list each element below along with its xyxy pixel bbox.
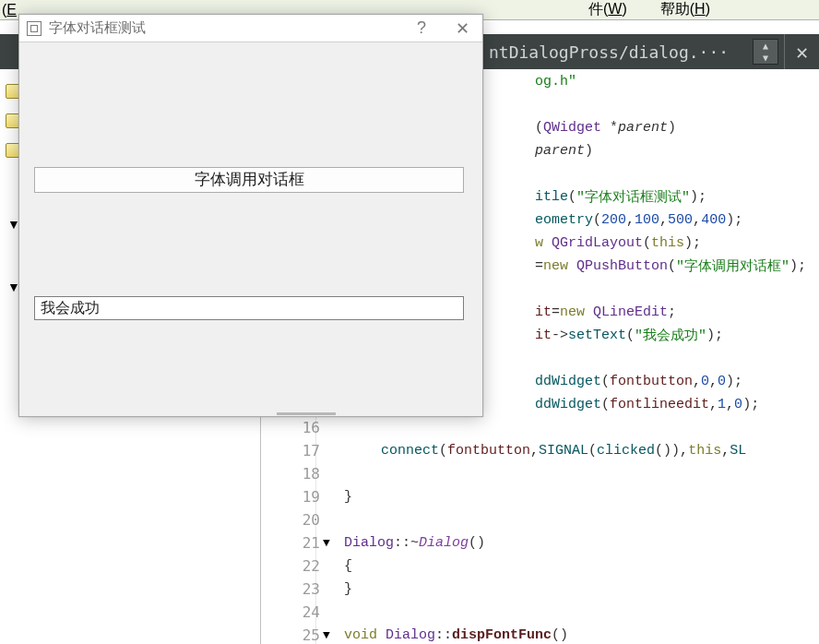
- menu-key: W: [608, 1, 622, 17]
- menu-prefix: 帮助(: [660, 1, 694, 17]
- code-token: ,: [659, 212, 668, 228]
- close-button[interactable]: ✕: [442, 18, 482, 39]
- code-token: ,: [693, 212, 701, 228]
- resize-handle[interactable]: [277, 412, 336, 415]
- code-token: ->: [552, 328, 568, 343]
- line-number: 21: [270, 531, 320, 555]
- code-token: parent: [618, 120, 668, 136]
- code-token: w: [535, 235, 552, 251]
- dialog-title-text: 字体对话框测试: [49, 19, 146, 37]
- code-token: (: [568, 189, 576, 205]
- code-token: Dialog: [419, 535, 469, 551]
- code-token: }: [344, 489, 352, 505]
- code-token: (): [552, 627, 568, 643]
- code-token: QWidget: [543, 120, 601, 136]
- code-token: ,: [626, 212, 635, 228]
- tab-scroll-arrows[interactable]: ▲ ▼: [753, 39, 778, 65]
- menu-prefix: 件(: [588, 1, 608, 17]
- code-row[interactable]: {: [316, 554, 352, 578]
- font-line-edit[interactable]: 我会成功: [34, 296, 464, 320]
- code-token: "我会成功": [635, 327, 706, 344]
- code-token: (: [588, 443, 597, 459]
- code-row[interactable]: [316, 415, 337, 440]
- code-token: ,: [530, 443, 539, 459]
- code-token: ,: [709, 374, 718, 389]
- code-token: void: [344, 627, 386, 643]
- code-token: QGridLayout: [552, 235, 643, 251]
- dialog-titlebar[interactable]: 字体对话框测试 ? ✕: [19, 15, 482, 42]
- code-token: (): [469, 535, 485, 551]
- code-row[interactable]: [316, 600, 337, 625]
- code-row[interactable]: ▼void Dialog::dispFontFunc(): [316, 623, 568, 644]
- help-button[interactable]: ?: [401, 18, 442, 38]
- code-token: og.h": [535, 74, 576, 89]
- menu-key: E: [6, 2, 17, 18]
- arrow-up-icon: ▲: [763, 42, 768, 50]
- code-token: SL: [730, 443, 746, 459]
- code-token: ddWidget: [535, 374, 601, 389]
- code-token: (: [626, 328, 635, 343]
- code-row[interactable]: [316, 461, 337, 486]
- code-token: );: [684, 235, 701, 251]
- code-token: Dialog: [386, 627, 435, 643]
- code-token: clicked: [597, 443, 655, 459]
- code-token: it: [535, 304, 552, 320]
- line-number: 25: [270, 623, 320, 644]
- code-row[interactable]: connect(fontbutton,SIGNAL(clicked()),thi…: [316, 438, 746, 463]
- code-token: 100: [635, 212, 659, 228]
- code-token: connect: [381, 443, 439, 459]
- code-token: fontbutton: [610, 374, 693, 389]
- code-token: ,: [709, 397, 718, 412]
- line-number: 18: [270, 461, 320, 486]
- code-token: eometry: [535, 212, 593, 228]
- code-token: =: [535, 258, 543, 274]
- code-token: this: [651, 235, 684, 251]
- code-token: parent: [535, 143, 585, 159]
- menu-item-e[interactable]: (E: [2, 2, 17, 18]
- code-token: QLineEdit: [593, 304, 668, 320]
- code-row[interactable]: }: [316, 484, 352, 509]
- fold-icon[interactable]: ▼: [316, 536, 337, 550]
- code-token: }: [344, 581, 352, 597]
- code-token: ::~: [394, 535, 419, 551]
- menu-suffix: ): [706, 1, 710, 17]
- code-token: (: [643, 235, 651, 251]
- code-token: Dialog: [344, 535, 394, 551]
- code-row[interactable]: }: [316, 577, 352, 602]
- tab-close-button[interactable]: ✕: [784, 34, 819, 69]
- code-token: it: [535, 328, 552, 343]
- code-token: ): [585, 143, 593, 159]
- code-token: ()),: [655, 443, 688, 459]
- code-token: );: [742, 397, 759, 412]
- font-dialog-window: 字体对话框测试 ? ✕ 字体调用对话框 我会成功: [18, 14, 483, 417]
- code-token: new: [560, 304, 593, 320]
- code-token: fontlineedit: [610, 397, 709, 412]
- menu-item-h[interactable]: 帮助(H): [660, 0, 710, 19]
- code-token: (: [535, 120, 543, 136]
- code-token: ,: [721, 443, 730, 459]
- code-token: this: [688, 443, 721, 459]
- code-token: "字体调用对话框": [676, 257, 789, 275]
- close-icon: ✕: [796, 41, 808, 64]
- code-token: dispFontFunc: [452, 627, 552, 643]
- code-row[interactable]: ▼Dialog::~Dialog(): [316, 531, 485, 555]
- arrow-down-icon: ▼: [763, 54, 768, 62]
- code-token: ): [668, 120, 676, 136]
- menu-item-w[interactable]: 件(W): [588, 0, 627, 19]
- code-token: (: [668, 258, 676, 274]
- fold-icon[interactable]: ▼: [316, 628, 337, 642]
- code-token: *: [601, 120, 618, 136]
- code-token: =: [552, 304, 560, 320]
- code-token: );: [690, 189, 706, 205]
- menu-key: H: [694, 1, 706, 17]
- code-token: 1: [718, 397, 726, 412]
- line-number: 24: [270, 600, 320, 625]
- font-invoke-button[interactable]: 字体调用对话框: [34, 167, 464, 193]
- line-number: 23: [270, 577, 320, 602]
- code-token: );: [726, 374, 742, 389]
- code-token: (: [593, 212, 601, 228]
- code-token: ,: [693, 374, 701, 389]
- code-token: ::: [435, 627, 452, 643]
- code-token: (: [439, 443, 447, 459]
- code-row[interactable]: [316, 507, 337, 532]
